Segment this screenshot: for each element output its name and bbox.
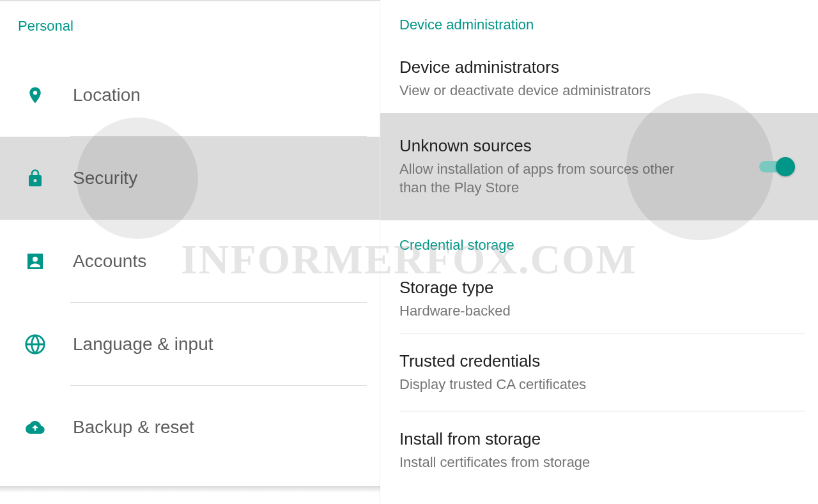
setting-storage-type[interactable]: Storage type Hardware-backed xyxy=(380,265,818,333)
nav-item-accounts[interactable]: Accounts xyxy=(0,220,380,303)
backup-icon xyxy=(23,415,47,439)
location-icon xyxy=(23,83,47,107)
setting-sub: Install certificates from storage xyxy=(399,453,681,472)
unknown-sources-toggle[interactable] xyxy=(759,157,795,177)
nav-item-security[interactable]: Security xyxy=(0,137,380,220)
section-header-device-admin: Device administration xyxy=(380,0,818,45)
setting-install-from-storage[interactable]: Install from storage Install certificate… xyxy=(380,411,818,485)
lock-icon xyxy=(23,166,47,190)
section-header-credential-storage: Credential storage xyxy=(380,220,818,265)
setting-title: Unknown sources xyxy=(399,136,799,156)
setting-sub: Allow installation of apps from sources … xyxy=(399,160,681,197)
nav-item-location[interactable]: Location xyxy=(0,54,380,137)
nav-label: Accounts xyxy=(73,251,146,271)
nav-item-language[interactable]: Language & input xyxy=(0,303,380,386)
nav-item-backup[interactable]: Backup & reset xyxy=(0,386,380,469)
setting-title: Device administrators xyxy=(399,57,799,77)
setting-title: Install from storage xyxy=(399,429,799,449)
nav-label: Backup & reset xyxy=(73,417,194,438)
settings-nav-panel: Personal Location Security Accounts xyxy=(0,0,380,504)
setting-title: Trusted credentials xyxy=(399,351,799,371)
setting-sub: Hardware-backed xyxy=(399,302,681,321)
globe-icon xyxy=(23,332,47,356)
setting-unknown-sources[interactable]: Unknown sources Allow installation of ap… xyxy=(380,113,818,220)
setting-device-administrators[interactable]: Device administrators View or deactivate… xyxy=(380,45,818,113)
nav-label: Location xyxy=(73,85,141,105)
account-icon xyxy=(23,249,47,273)
svg-point-0 xyxy=(33,257,38,262)
nav-label: Language & input xyxy=(73,334,213,355)
toggle-thumb xyxy=(776,157,795,176)
setting-title: Storage type xyxy=(399,278,799,298)
nav-label: Security xyxy=(73,168,137,188)
setting-trusted-credentials[interactable]: Trusted credentials Display trusted CA c… xyxy=(380,333,818,412)
setting-sub: View or deactivate device administrators xyxy=(399,81,681,100)
section-header-personal: Personal xyxy=(0,1,380,54)
setting-sub: Display trusted CA certificates xyxy=(399,375,681,394)
security-settings-panel: Device administration Device administrat… xyxy=(380,0,818,504)
bottom-shadow xyxy=(0,486,380,493)
